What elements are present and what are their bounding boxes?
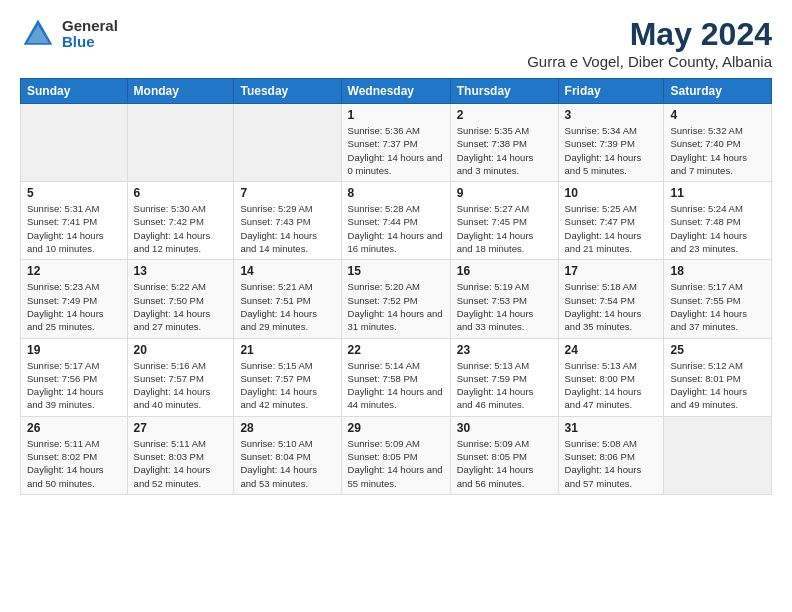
day-number: 26 — [27, 421, 121, 435]
day-info: Sunrise: 5:25 AM Sunset: 7:47 PM Dayligh… — [565, 202, 658, 255]
day-info: Sunrise: 5:11 AM Sunset: 8:02 PM Dayligh… — [27, 437, 121, 490]
calendar-cell: 6Sunrise: 5:30 AM Sunset: 7:42 PM Daylig… — [127, 182, 234, 260]
day-number: 9 — [457, 186, 552, 200]
calendar-cell: 22Sunrise: 5:14 AM Sunset: 7:58 PM Dayli… — [341, 338, 450, 416]
calendar-cell: 21Sunrise: 5:15 AM Sunset: 7:57 PM Dayli… — [234, 338, 341, 416]
calendar-cell: 8Sunrise: 5:28 AM Sunset: 7:44 PM Daylig… — [341, 182, 450, 260]
day-info: Sunrise: 5:29 AM Sunset: 7:43 PM Dayligh… — [240, 202, 334, 255]
day-number: 21 — [240, 343, 334, 357]
calendar-cell — [21, 104, 128, 182]
calendar-cell: 27Sunrise: 5:11 AM Sunset: 8:03 PM Dayli… — [127, 416, 234, 494]
logo-general: General — [62, 18, 118, 35]
day-number: 3 — [565, 108, 658, 122]
day-info: Sunrise: 5:36 AM Sunset: 7:37 PM Dayligh… — [348, 124, 444, 177]
page: General Blue May 2024 Gurra e Vogel, Dib… — [0, 0, 792, 505]
calendar-subtitle: Gurra e Vogel, Diber County, Albania — [527, 53, 772, 70]
calendar-cell: 26Sunrise: 5:11 AM Sunset: 8:02 PM Dayli… — [21, 416, 128, 494]
calendar-cell: 12Sunrise: 5:23 AM Sunset: 7:49 PM Dayli… — [21, 260, 128, 338]
weekday-header: Friday — [558, 79, 664, 104]
day-info: Sunrise: 5:18 AM Sunset: 7:54 PM Dayligh… — [565, 280, 658, 333]
day-number: 28 — [240, 421, 334, 435]
calendar-cell: 4Sunrise: 5:32 AM Sunset: 7:40 PM Daylig… — [664, 104, 772, 182]
weekday-header: Tuesday — [234, 79, 341, 104]
day-info: Sunrise: 5:15 AM Sunset: 7:57 PM Dayligh… — [240, 359, 334, 412]
day-number: 31 — [565, 421, 658, 435]
day-number: 20 — [134, 343, 228, 357]
calendar-cell: 17Sunrise: 5:18 AM Sunset: 7:54 PM Dayli… — [558, 260, 664, 338]
day-number: 6 — [134, 186, 228, 200]
calendar-cell: 1Sunrise: 5:36 AM Sunset: 7:37 PM Daylig… — [341, 104, 450, 182]
day-info: Sunrise: 5:12 AM Sunset: 8:01 PM Dayligh… — [670, 359, 765, 412]
day-info: Sunrise: 5:16 AM Sunset: 7:57 PM Dayligh… — [134, 359, 228, 412]
day-info: Sunrise: 5:08 AM Sunset: 8:06 PM Dayligh… — [565, 437, 658, 490]
day-info: Sunrise: 5:34 AM Sunset: 7:39 PM Dayligh… — [565, 124, 658, 177]
calendar-cell: 14Sunrise: 5:21 AM Sunset: 7:51 PM Dayli… — [234, 260, 341, 338]
calendar-week-row: 19Sunrise: 5:17 AM Sunset: 7:56 PM Dayli… — [21, 338, 772, 416]
calendar-week-row: 5Sunrise: 5:31 AM Sunset: 7:41 PM Daylig… — [21, 182, 772, 260]
day-number: 22 — [348, 343, 444, 357]
weekday-header: Wednesday — [341, 79, 450, 104]
calendar-cell: 20Sunrise: 5:16 AM Sunset: 7:57 PM Dayli… — [127, 338, 234, 416]
logo-icon — [20, 16, 56, 52]
calendar-cell: 28Sunrise: 5:10 AM Sunset: 8:04 PM Dayli… — [234, 416, 341, 494]
calendar-table: SundayMondayTuesdayWednesdayThursdayFrid… — [20, 78, 772, 495]
calendar-title: May 2024 — [527, 16, 772, 53]
day-info: Sunrise: 5:32 AM Sunset: 7:40 PM Dayligh… — [670, 124, 765, 177]
day-info: Sunrise: 5:30 AM Sunset: 7:42 PM Dayligh… — [134, 202, 228, 255]
day-info: Sunrise: 5:28 AM Sunset: 7:44 PM Dayligh… — [348, 202, 444, 255]
calendar-cell: 24Sunrise: 5:13 AM Sunset: 8:00 PM Dayli… — [558, 338, 664, 416]
day-number: 13 — [134, 264, 228, 278]
day-number: 23 — [457, 343, 552, 357]
day-info: Sunrise: 5:23 AM Sunset: 7:49 PM Dayligh… — [27, 280, 121, 333]
calendar-cell — [234, 104, 341, 182]
day-number: 11 — [670, 186, 765, 200]
day-info: Sunrise: 5:20 AM Sunset: 7:52 PM Dayligh… — [348, 280, 444, 333]
title-block: May 2024 Gurra e Vogel, Diber County, Al… — [527, 16, 772, 70]
logo-blue: Blue — [62, 34, 118, 51]
day-number: 19 — [27, 343, 121, 357]
day-info: Sunrise: 5:31 AM Sunset: 7:41 PM Dayligh… — [27, 202, 121, 255]
day-number: 18 — [670, 264, 765, 278]
calendar-cell — [127, 104, 234, 182]
day-number: 7 — [240, 186, 334, 200]
day-info: Sunrise: 5:14 AM Sunset: 7:58 PM Dayligh… — [348, 359, 444, 412]
day-number: 29 — [348, 421, 444, 435]
day-number: 2 — [457, 108, 552, 122]
calendar-cell: 30Sunrise: 5:09 AM Sunset: 8:05 PM Dayli… — [450, 416, 558, 494]
header: General Blue May 2024 Gurra e Vogel, Dib… — [20, 16, 772, 70]
day-info: Sunrise: 5:24 AM Sunset: 7:48 PM Dayligh… — [670, 202, 765, 255]
day-number: 1 — [348, 108, 444, 122]
day-info: Sunrise: 5:09 AM Sunset: 8:05 PM Dayligh… — [457, 437, 552, 490]
day-number: 14 — [240, 264, 334, 278]
calendar-cell: 10Sunrise: 5:25 AM Sunset: 7:47 PM Dayli… — [558, 182, 664, 260]
calendar-cell: 11Sunrise: 5:24 AM Sunset: 7:48 PM Dayli… — [664, 182, 772, 260]
calendar-week-row: 1Sunrise: 5:36 AM Sunset: 7:37 PM Daylig… — [21, 104, 772, 182]
calendar-cell: 13Sunrise: 5:22 AM Sunset: 7:50 PM Dayli… — [127, 260, 234, 338]
logo-text: General Blue — [62, 18, 118, 51]
day-number: 4 — [670, 108, 765, 122]
calendar-cell — [664, 416, 772, 494]
day-number: 24 — [565, 343, 658, 357]
calendar-week-row: 26Sunrise: 5:11 AM Sunset: 8:02 PM Dayli… — [21, 416, 772, 494]
weekday-header: Sunday — [21, 79, 128, 104]
calendar-cell: 2Sunrise: 5:35 AM Sunset: 7:38 PM Daylig… — [450, 104, 558, 182]
logo: General Blue — [20, 16, 118, 52]
day-info: Sunrise: 5:17 AM Sunset: 7:56 PM Dayligh… — [27, 359, 121, 412]
day-info: Sunrise: 5:13 AM Sunset: 8:00 PM Dayligh… — [565, 359, 658, 412]
day-info: Sunrise: 5:11 AM Sunset: 8:03 PM Dayligh… — [134, 437, 228, 490]
day-number: 10 — [565, 186, 658, 200]
day-info: Sunrise: 5:22 AM Sunset: 7:50 PM Dayligh… — [134, 280, 228, 333]
day-number: 8 — [348, 186, 444, 200]
day-info: Sunrise: 5:13 AM Sunset: 7:59 PM Dayligh… — [457, 359, 552, 412]
day-info: Sunrise: 5:21 AM Sunset: 7:51 PM Dayligh… — [240, 280, 334, 333]
day-number: 25 — [670, 343, 765, 357]
calendar-cell: 25Sunrise: 5:12 AM Sunset: 8:01 PM Dayli… — [664, 338, 772, 416]
calendar-cell: 23Sunrise: 5:13 AM Sunset: 7:59 PM Dayli… — [450, 338, 558, 416]
calendar-cell: 19Sunrise: 5:17 AM Sunset: 7:56 PM Dayli… — [21, 338, 128, 416]
weekday-header: Thursday — [450, 79, 558, 104]
day-info: Sunrise: 5:10 AM Sunset: 8:04 PM Dayligh… — [240, 437, 334, 490]
calendar-cell: 16Sunrise: 5:19 AM Sunset: 7:53 PM Dayli… — [450, 260, 558, 338]
day-info: Sunrise: 5:27 AM Sunset: 7:45 PM Dayligh… — [457, 202, 552, 255]
day-number: 17 — [565, 264, 658, 278]
calendar-cell: 18Sunrise: 5:17 AM Sunset: 7:55 PM Dayli… — [664, 260, 772, 338]
